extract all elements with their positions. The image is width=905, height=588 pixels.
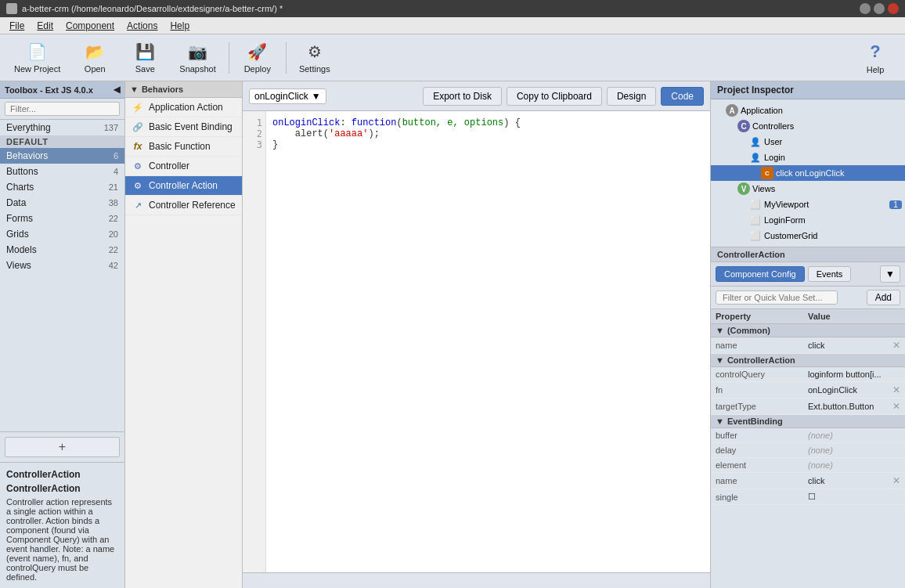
tree-item-application[interactable]: A Application	[711, 103, 905, 118]
new-project-button[interactable]: 📄 New Project	[6, 39, 68, 77]
tree-item-myviewport[interactable]: ⬜ MyViewport 1	[711, 197, 905, 212]
val-buffer: (none)	[808, 431, 900, 440]
config-dropdown-button[interactable]: ▼	[880, 265, 900, 283]
config-section-controlleraction[interactable]: ▼ ControllerAction	[711, 354, 905, 367]
line-num-1: 1	[246, 117, 262, 128]
menu-help[interactable]: Help	[164, 19, 196, 33]
code-bottom-bar	[243, 572, 710, 588]
tree-item-controllers[interactable]: C Controllers	[711, 118, 905, 134]
settings-button[interactable]: ⚙ Settings	[291, 39, 338, 77]
menu-component[interactable]: Component	[59, 19, 121, 33]
config-section-eventbinding[interactable]: ▼ EventBinding	[711, 415, 905, 428]
title-bar-controls[interactable]	[860, 3, 899, 14]
toolbox-item-grids[interactable]: Grids 20	[0, 226, 124, 242]
controller-action-icon: ⚙	[132, 179, 144, 192]
tree-click-label: click onLoginClick	[776, 168, 902, 178]
toolbox-item-forms[interactable]: Forms 22	[0, 211, 124, 226]
toolbox-item-charts[interactable]: Charts 21	[0, 179, 124, 195]
toolbox-title: Toolbox - Ext JS 4.0.x	[5, 85, 93, 95]
design-button[interactable]: Design	[607, 87, 656, 106]
save-button[interactable]: 💾 Save	[121, 39, 168, 77]
config-add-button[interactable]: Add	[867, 290, 900, 305]
tree-item-loginform[interactable]: ⬜ LoginForm	[711, 212, 905, 228]
toolbox-collapse-icon[interactable]: ◀	[114, 85, 120, 95]
toolbox-item-everything[interactable]: Everything 137	[0, 120, 124, 135]
line-num-2: 2	[246, 128, 262, 139]
tree-item-click-onloginclick[interactable]: C click onLoginClick	[711, 165, 905, 181]
behavior-item-basic-function[interactable]: fx Basic Function	[125, 137, 242, 157]
close-button[interactable]	[888, 3, 899, 14]
toolbox-item-views[interactable]: Views 42	[0, 258, 124, 273]
val-targettype-text: Ext.button.Button	[808, 402, 874, 411]
toolbar-separator-2	[286, 42, 287, 74]
editor-toolbar: onLoginClick ▼ Export to Disk Copy to Cl…	[243, 81, 710, 111]
tab-component-config[interactable]: Component Config	[716, 266, 805, 282]
settings-icon: ⚙	[308, 42, 322, 61]
col-header-value: Value	[808, 312, 900, 321]
clear-eb-name-button[interactable]: ✕	[892, 475, 900, 486]
behavior-item-application-action[interactable]: ⚡ Application Action	[125, 98, 242, 117]
ca-section-label: ControllerAction	[727, 355, 795, 365]
tree-item-user[interactable]: 👤 User	[711, 134, 905, 150]
clear-name-button[interactable]: ✕	[892, 340, 900, 351]
behavior-item-controller-reference[interactable]: ↗ Controller Reference	[125, 196, 242, 215]
behavior-item-controller[interactable]: ⚙ Controller	[125, 157, 242, 176]
prop-eb-name: name	[716, 476, 808, 485]
settings-label: Settings	[299, 64, 330, 74]
prop-element: element	[716, 460, 808, 470]
code-content[interactable]: onLoginClick: function(button, e, option…	[266, 111, 710, 572]
config-filter-input[interactable]	[716, 290, 838, 305]
login-icon: 👤	[749, 151, 762, 164]
menu-actions[interactable]: Actions	[121, 19, 164, 33]
menu-bar: File Edit Component Actions Help	[0, 17, 905, 34]
tree-item-customergrid[interactable]: ⬜ CustomerGrid	[711, 228, 905, 243]
val-buffer-text: (none)	[808, 431, 833, 440]
config-section-common[interactable]: ▼ (Common)	[711, 324, 905, 337]
toolbox-info-title: ControllerAction	[6, 483, 118, 494]
config-row-eb-name: name click ✕	[711, 473, 905, 489]
deploy-button[interactable]: 🚀 Deploy	[234, 39, 281, 77]
toolbox-item-buttons[interactable]: Buttons 4	[0, 164, 124, 179]
maximize-button[interactable]	[874, 3, 885, 14]
toolbox-header: Toolbox - Ext JS 4.0.x ◀	[0, 81, 124, 99]
snapshot-icon: 📷	[188, 42, 207, 61]
behaviors-header[interactable]: ▼ Behaviors	[125, 81, 242, 98]
toolbox-views-count: 42	[109, 261, 118, 270]
minimize-button[interactable]	[860, 3, 871, 14]
basic-function-icon: fx	[132, 140, 144, 153]
tree-item-login[interactable]: 👤 Login	[711, 150, 905, 165]
config-filter	[716, 290, 864, 305]
toolbox-grids-count: 20	[109, 229, 118, 239]
help-button[interactable]: ? Help	[852, 38, 899, 78]
toolbox-data-count: 38	[109, 198, 118, 207]
toolbox-everything-label: Everything	[6, 122, 51, 133]
prop-name: name	[716, 341, 808, 350]
code-button[interactable]: Code	[661, 87, 704, 106]
behavior-label-2: Basic Function	[149, 141, 211, 152]
function-selector[interactable]: onLoginClick ▼	[249, 88, 326, 104]
menu-file[interactable]: File	[3, 19, 31, 33]
tab-events[interactable]: Events	[808, 266, 852, 282]
toolbox-everything-count: 137	[104, 123, 118, 132]
config-section-header: ControllerAction	[711, 247, 905, 262]
copy-to-clipboard-button[interactable]: Copy to Clipboard	[507, 87, 602, 106]
tree-item-views[interactable]: V Views	[711, 181, 905, 197]
toolbox-item-data[interactable]: Data 38	[0, 195, 124, 211]
export-to-disk-button[interactable]: Export to Disk	[423, 87, 502, 106]
toolbox-filter-input[interactable]	[5, 102, 120, 116]
clear-targettype-button[interactable]: ✕	[892, 401, 900, 412]
menu-edit[interactable]: Edit	[31, 19, 59, 33]
behavior-item-controller-action[interactable]: ⚙ Controller Action	[125, 176, 242, 196]
val-single-text[interactable]: ☐	[808, 492, 816, 502]
snapshot-button[interactable]: 📷 Snapshot	[171, 39, 223, 77]
tree-user-label: User	[764, 137, 902, 146]
toolbox-item-behaviors[interactable]: Behaviors 6	[0, 148, 124, 164]
save-icon: 💾	[135, 42, 155, 61]
toolbox-item-models[interactable]: Models 22	[0, 242, 124, 258]
clear-fn-button[interactable]: ✕	[892, 384, 900, 395]
toolbox-add-button[interactable]: +	[5, 437, 120, 457]
app-action-icon: ⚡	[132, 101, 144, 114]
prop-fn: fn	[716, 385, 808, 395]
behavior-item-basic-event-binding[interactable]: 🔗 Basic Event Binding	[125, 117, 242, 137]
open-button[interactable]: 📂 Open	[71, 39, 118, 77]
